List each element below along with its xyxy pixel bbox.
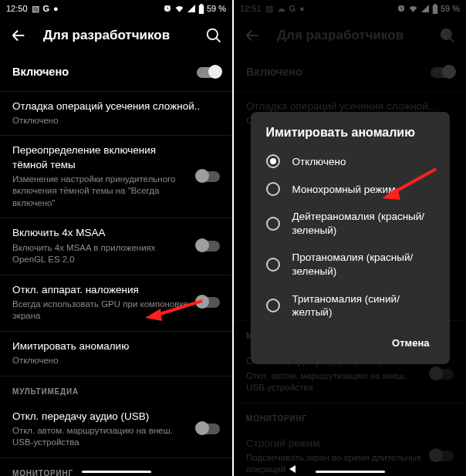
dark-override-sub: Изменение настройки принудительного вклю… (12, 174, 191, 210)
signal-icon (187, 4, 196, 13)
section-multimedia: МУЛЬТИМЕДИА (0, 376, 232, 402)
radio-label: Отключено (292, 155, 346, 169)
nav-home-pill[interactable] (82, 471, 151, 473)
dark-override-toggle[interactable] (197, 171, 220, 182)
radio-label: Дейтераномалия (красный/зеленый) (292, 210, 434, 237)
radio-option-protanomaly[interactable]: Протаномалия (красный/зеленый) (251, 244, 450, 285)
usb-audio-toggle[interactable] (197, 424, 220, 434)
radio-icon (266, 258, 280, 272)
radio-option-deuteranomaly[interactable]: Дейтераномалия (красный/зеленый) (251, 203, 450, 244)
truncate-sub: Отключено (12, 115, 214, 127)
hw-overlay-toggle[interactable] (197, 297, 220, 308)
status-bar: 12:50 ▧ G ● 59 % (0, 0, 232, 17)
nav-home-pill[interactable] (316, 471, 385, 473)
dialog-overlay[interactable]: Имитировать аномалию Отключено Монохромн… (234, 0, 466, 476)
hw-overlay-row[interactable]: Откл. аппарат. наложения Всегда использо… (0, 275, 232, 331)
radio-icon (266, 299, 280, 312)
status-screenshot-icon: ▧ (32, 4, 39, 14)
msaa-row[interactable]: Включить 4x MSAA Включить 4x MSAA в прил… (0, 218, 232, 274)
status-google-icon: G (43, 4, 50, 13)
radio-icon (266, 154, 280, 168)
msaa-title: Включить 4x MSAA (12, 226, 191, 240)
phone-right: 12:51 ▧ ☁ G ● 59 % Для разработчико (234, 0, 466, 476)
radio-option-off[interactable]: Отключено (251, 147, 450, 175)
hw-overlay-sub: Всегда использовать GPU при компоновке э… (12, 299, 191, 322)
app-bar: Для разработчиков (0, 17, 232, 54)
msaa-toggle[interactable] (197, 241, 220, 252)
search-button[interactable] (201, 23, 226, 48)
dark-override-title: Переопределение включения тёмной темы (12, 143, 191, 171)
simulate-title: Имитировать аномалию (12, 339, 214, 353)
wifi-icon (174, 4, 184, 14)
section-monitoring: МОНИТОРИНГ (0, 457, 232, 476)
battery-icon (198, 4, 204, 14)
usb-audio-title: Откл. передачу аудио (USB) (12, 410, 191, 424)
hw-overlay-title: Откл. аппарат. наложения (12, 283, 191, 297)
radio-icon (266, 182, 280, 196)
page-title: Для разработчиков (43, 28, 189, 43)
phone-left: 12:50 ▧ G ● 59 % Для разработчиков (0, 0, 232, 476)
battery-percent: 59 % (207, 4, 226, 13)
radio-option-monochrome[interactable]: Монохромный режим (251, 175, 450, 203)
simulate-anomaly-dialog: Имитировать аномалию Отключено Монохромн… (251, 112, 450, 363)
usb-audio-sub: Откл. автом. маршрутизацию на внеш. USB-… (12, 425, 191, 449)
radio-option-tritanomaly[interactable]: Тританомалия (синий/желтый) (251, 285, 450, 326)
usb-audio-row[interactable]: Откл. передачу аудио (USB) Откл. автом. … (0, 402, 232, 457)
back-button[interactable] (6, 23, 31, 48)
radio-label: Тританомалия (синий/желтый) (292, 292, 434, 319)
dialog-title: Имитировать аномалию (251, 126, 450, 147)
master-label: Включено (12, 65, 191, 80)
master-toggle[interactable] (197, 67, 220, 78)
radio-label: Монохромный режим (292, 183, 396, 197)
radio-icon (266, 217, 280, 231)
status-dot-icon: ● (53, 4, 59, 13)
msaa-sub: Включить 4x MSAA в приложениях OpenGL ES… (12, 242, 191, 266)
enable-dev-toggle-row[interactable]: Включено (0, 54, 232, 92)
dialog-cancel-button[interactable]: Отмена (384, 333, 437, 353)
nav-back-icon[interactable] (288, 464, 297, 474)
simulate-sub: Отключено (12, 355, 214, 367)
truncate-row[interactable]: Отладка операций усечения сложной.. Откл… (0, 92, 232, 136)
simulate-anomaly-row[interactable]: Имитировать аномалию Отключено (0, 332, 232, 376)
truncate-title: Отладка операций усечения сложной.. (12, 100, 214, 113)
settings-list[interactable]: Включено Отладка операций усечения сложн… (0, 54, 232, 476)
alarm-icon (163, 4, 172, 13)
dark-override-row[interactable]: Переопределение включения тёмной темы Из… (0, 136, 232, 218)
radio-label: Протаномалия (красный/зеленый) (292, 251, 434, 278)
status-time: 12:50 (6, 4, 28, 13)
